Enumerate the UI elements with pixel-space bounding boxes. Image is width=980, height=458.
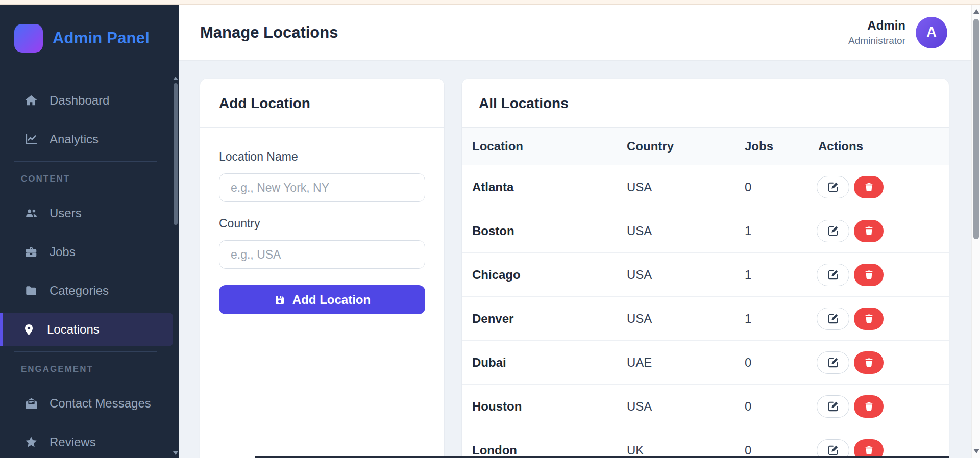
location-cell: Boston [471,224,625,238]
sidebar-divider [14,161,157,162]
folder-icon [23,284,39,297]
delete-button[interactable] [854,264,884,286]
country-label: Country [219,217,425,230]
location-cell: Denver [471,312,625,326]
add-location-button[interactable]: Add Location [219,285,425,314]
row-actions [817,176,949,198]
table-header-row: Location Country Jobs Actions [462,127,949,165]
row-actions [817,264,949,286]
sidebar-item-analytics[interactable]: Analytics [0,122,173,156]
jobs-cell: 1 [743,312,817,326]
edit-button[interactable] [817,264,849,286]
scroll-down-arrow-icon[interactable] [973,449,979,453]
sidebar-item-jobs[interactable]: Jobs [0,235,173,269]
jobs-cell: 1 [743,268,817,282]
user-name: Admin [848,18,905,33]
country-cell: USA [625,312,743,326]
jobs-cell: 1 [743,224,817,238]
jobs-cell: 0 [743,180,817,194]
country-cell: USA [625,268,743,282]
column-header-actions: Actions [817,139,949,154]
main-area: Manage Locations Admin Administrator A A… [179,5,980,458]
delete-button[interactable] [854,220,884,242]
add-location-card-header: Add Location [200,79,444,128]
sidebar-nav: Dashboard Analytics CONTENT Users [0,72,179,458]
row-actions [817,220,949,242]
edit-button[interactable] [817,176,849,198]
sidebar-item-dashboard[interactable]: Dashboard [0,84,173,117]
edit-button[interactable] [817,308,849,330]
column-header-country: Country [625,139,743,154]
sidebar-scrollbar-thumb[interactable] [174,83,178,225]
location-cell: London [471,443,625,457]
sidebar-item-label: Jobs [50,245,76,259]
table-row: Houston USA 0 [462,385,949,428]
avatar[interactable]: A [916,17,947,48]
sidebar-item-label: Dashboard [50,93,109,108]
brand-title: Admin Panel [53,29,150,47]
edit-button[interactable] [817,395,849,418]
edit-button[interactable] [817,220,849,242]
page-header: Manage Locations Admin Administrator A [179,5,971,61]
all-locations-card-header: All Locations [462,79,949,127]
scroll-up-arrow-icon[interactable] [973,9,979,14]
edit-button[interactable] [817,351,849,374]
add-location-card: Add Location Location Name Country Add L… [200,79,444,458]
user-info: Admin Administrator [848,18,905,46]
page-scrollbar-thumb[interactable] [973,19,979,239]
column-header-location: Location [471,139,625,154]
edit-button[interactable] [817,439,849,458]
column-header-jobs: Jobs [743,139,817,154]
country-cell: USA [625,399,743,414]
sidebar-item-label: Reviews [50,435,96,449]
delete-button[interactable] [854,176,884,198]
sidebar-section-engagement: ENGAGEMENT [21,364,179,374]
sidebar-item-label: Categories [50,284,109,298]
save-icon [274,294,286,306]
row-actions [817,439,949,458]
home-icon [23,94,39,107]
page-title: Manage Locations [200,23,338,42]
chart-line-icon [23,133,39,146]
scroll-down-arrow-icon[interactable] [173,451,178,455]
sidebar-item-contact-messages[interactable]: Contact Messages [0,387,173,420]
sidebar-item-users[interactable]: Users [0,196,173,230]
sidebar-item-locations[interactable]: Locations [0,313,173,346]
table-row: Denver USA 1 [462,297,949,341]
map-pin-icon [21,323,36,336]
sidebar-divider [14,351,157,352]
jobs-cell: 0 [743,443,817,457]
country-cell: UAE [625,355,743,370]
table-row: London UK 0 [462,428,949,458]
table-row: Boston USA 1 [462,209,949,253]
row-actions [817,308,949,330]
users-icon [23,207,39,220]
delete-button[interactable] [854,308,884,330]
table-row: Atlanta USA 0 [462,165,949,209]
location-name-input[interactable] [219,173,425,202]
delete-button[interactable] [854,395,884,418]
brand-logo [14,24,43,53]
country-cell: UK [625,443,743,457]
briefcase-icon [23,245,39,259]
table-row: Chicago USA 1 [462,253,949,297]
sidebar-item-label: Analytics [50,132,99,146]
table-row: Dubai UAE 0 [462,341,949,385]
sidebar-item-label: Contact Messages [50,396,151,411]
location-cell: Chicago [471,268,625,282]
country-input[interactable] [219,240,425,269]
delete-button[interactable] [854,351,884,374]
country-cell: USA [625,180,743,194]
jobs-cell: 0 [743,355,817,370]
location-cell: Houston [471,399,625,414]
sidebar-item-reviews[interactable]: Reviews [0,425,173,458]
sidebar-item-label: Users [50,206,82,220]
row-actions [817,395,949,418]
user-menu: Admin Administrator A [848,17,947,48]
browser-top-strip [0,0,980,5]
scroll-up-arrow-icon[interactable] [173,77,178,80]
location-cell: Atlanta [471,180,625,194]
delete-button[interactable] [854,439,884,458]
sidebar-item-categories[interactable]: Categories [0,274,173,308]
page-content: Add Location Location Name Country Add L… [179,61,971,458]
